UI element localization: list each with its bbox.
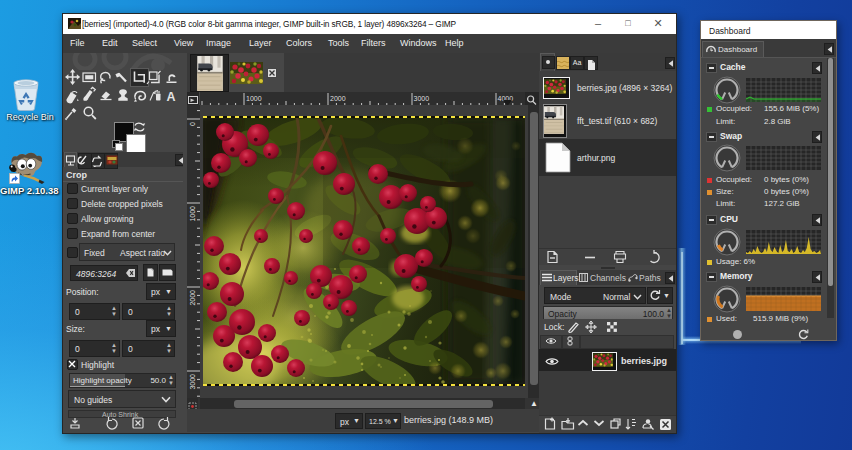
svg-text:3000: 3000	[414, 95, 430, 102]
svg-text:A: A	[167, 90, 176, 104]
svg-text:2000: 2000	[189, 290, 196, 306]
svg-text:2000: 2000	[330, 95, 346, 102]
svg-text:1000: 1000	[246, 95, 262, 102]
svg-text:3000: 3000	[189, 374, 196, 390]
svg-text:1000: 1000	[189, 206, 196, 222]
svg-text:0: 0	[189, 122, 196, 126]
